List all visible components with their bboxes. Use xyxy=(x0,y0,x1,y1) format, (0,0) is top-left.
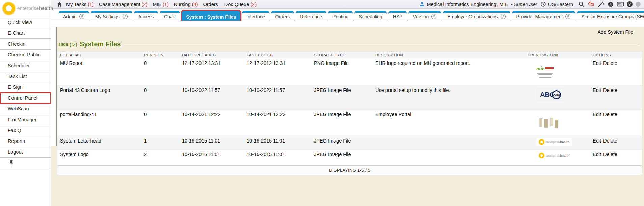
tab[interactable]: Provider Management xyxy=(512,11,575,21)
topbar-nav-item[interactable]: Doc Queue (2) xyxy=(224,2,257,7)
system-files-panel: Add System File Hide ( 5 ) System Files … xyxy=(51,27,644,206)
delete-link[interactable]: Delete xyxy=(603,138,617,144)
delete-link[interactable]: Delete xyxy=(603,112,617,117)
cell-storage-type: JPEG Image File xyxy=(311,136,373,150)
search-icon[interactable] xyxy=(578,1,585,8)
sidebar-item[interactable]: E-Chart xyxy=(0,28,51,38)
clock-icon xyxy=(540,1,547,8)
tab[interactable]: Access xyxy=(134,11,158,21)
panel-left-gutter xyxy=(51,27,57,146)
home-icon[interactable] xyxy=(56,1,63,8)
tab[interactable]: Employer Organizations xyxy=(443,11,510,21)
keyboard-icon[interactable] xyxy=(617,1,624,8)
popout-icon[interactable] xyxy=(500,14,506,19)
tab[interactable]: Printing xyxy=(328,11,353,21)
cell-revision: 2 xyxy=(141,150,179,166)
tab[interactable]: Admin xyxy=(59,11,89,21)
cell-storage-type: JPEG Image File xyxy=(311,85,373,110)
wand-icon[interactable] xyxy=(597,1,604,8)
user-context[interactable]: Medical Informatics Engineering, MIE - S… xyxy=(419,1,537,8)
sidebar-item[interactable]: Task List xyxy=(0,71,51,82)
sun-logo-icon xyxy=(539,153,544,158)
hide-toggle-link[interactable]: Hide ( 5 ) xyxy=(59,42,77,47)
enterprise-health-logo-preview: enterprise health xyxy=(536,152,572,159)
cell-description xyxy=(373,136,525,150)
sidebar-item[interactable]: Control Panel xyxy=(0,93,51,103)
nav-count-badge: (2) xyxy=(141,2,147,7)
cell-file-alias: Portal 43 Custom Logo xyxy=(57,85,141,110)
preview-thumbnail[interactable]: ABC Corp xyxy=(536,87,565,102)
sidebar-item[interactable]: Reports xyxy=(0,136,51,147)
tab[interactable]: Version xyxy=(408,11,441,21)
cell-storage-type: JPEG Image File xyxy=(311,110,373,136)
sidebar-pin-row[interactable] xyxy=(0,157,51,168)
globe-icon[interactable] xyxy=(607,1,614,8)
sidebar-item[interactable]: Checkin-Public xyxy=(0,49,51,60)
add-system-file-link[interactable]: Add System File xyxy=(597,29,633,35)
sidebar-item[interactable]: Quick View xyxy=(0,17,51,28)
popout-icon[interactable] xyxy=(79,14,85,19)
tab[interactable]: Interface xyxy=(242,11,269,21)
table-row: System Logo 2 10-16-2015 11:01 10-16-201… xyxy=(57,150,642,166)
topbar-nav-item[interactable]: Orders xyxy=(203,2,219,7)
sidebar-item[interactable]: Logout xyxy=(0,147,51,157)
column-header[interactable]: FILE ALIAS xyxy=(57,52,141,58)
popout-icon[interactable] xyxy=(122,14,128,19)
edit-link[interactable]: Edit xyxy=(593,87,601,93)
tab[interactable]: My Settings xyxy=(91,11,132,21)
timezone-display[interactable]: US/Eastern xyxy=(540,1,573,8)
tab[interactable]: Orders xyxy=(271,11,294,21)
delete-link[interactable]: Delete xyxy=(603,152,617,157)
edit-link[interactable]: Edit xyxy=(593,152,601,157)
delete-link[interactable]: Delete xyxy=(603,87,617,93)
column-header[interactable]: LAST EDITED xyxy=(244,52,311,58)
nav-count-badge: (4) xyxy=(192,2,198,7)
topbar-nav-item[interactable]: Nursing (4) xyxy=(174,2,198,7)
tab[interactable]: System : System Files xyxy=(182,11,240,21)
edit-link[interactable]: Edit xyxy=(593,138,601,144)
user-name: Medical Informatics Engineering, MIE xyxy=(427,2,508,7)
topbar-nav-item[interactable]: Case Management (2) xyxy=(99,2,147,7)
sidebar-item[interactable]: Fax Q xyxy=(0,125,51,136)
add-row: Add System File xyxy=(51,27,644,35)
paging-status: DISPLAYING 1-5 / 5 xyxy=(57,166,642,175)
cell-storage-type: JPEG Image File xyxy=(311,150,373,166)
tab[interactable]: Reference xyxy=(296,11,326,21)
broken-link-icon[interactable] xyxy=(588,1,594,8)
delete-link[interactable]: Delete xyxy=(603,60,617,66)
help-icon[interactable]: ? xyxy=(627,1,633,7)
sidebar-item[interactable]: Checkin xyxy=(0,38,51,49)
edit-link[interactable]: Edit xyxy=(593,60,601,66)
topbar-nav-item[interactable]: My Tasks (1) xyxy=(66,2,94,7)
preview-thumbnail[interactable]: enterprise health xyxy=(536,138,572,146)
preview-thumbnail[interactable]: enterprise health xyxy=(536,152,572,159)
pushpin-icon[interactable] xyxy=(8,159,15,166)
popout-icon[interactable] xyxy=(431,14,437,19)
column-header[interactable]: DATE UPLOADED xyxy=(179,52,244,58)
topbar-nav-item[interactable]: MIE (1) xyxy=(153,2,169,7)
sidebar-item[interactable]: Scheduler xyxy=(0,60,51,71)
cell-revision: 1 xyxy=(141,136,179,150)
edit-link[interactable]: Edit xyxy=(593,112,601,117)
control-panel-tabbar: Admin My Settings Access Chart S xyxy=(51,9,644,21)
cell-description: EHR logo required on MU generated report… xyxy=(373,58,525,85)
tab[interactable]: Scheduling xyxy=(354,11,386,21)
nav-count-badge: (1) xyxy=(163,2,169,7)
tab[interactable]: Chart xyxy=(160,11,180,21)
popout-icon[interactable] xyxy=(565,14,571,19)
cell-date-uploaded: 10-16-2015 11:01 xyxy=(179,150,244,166)
sun-logo-icon xyxy=(3,2,15,15)
sidebar-item[interactable]: E-Sign xyxy=(0,82,51,93)
cell-storage-type: PNG Image File xyxy=(311,58,373,85)
sidebar-item[interactable]: Fax Manager xyxy=(0,114,51,125)
sidebar-item[interactable]: WebScan xyxy=(0,103,51,114)
topbar-icon-set: ? xyxy=(578,1,641,8)
tab[interactable]: Similar Exposure Groups (SEG xyxy=(577,11,644,21)
table-row: System Letterhead 1 10-16-2015 11:01 10-… xyxy=(57,136,642,150)
preview-thumbnail[interactable]: mie xyxy=(536,60,554,83)
tab[interactable]: HSP xyxy=(388,11,407,21)
page-title: System Files xyxy=(80,40,121,48)
cell-file-alias: portal-landing-41 xyxy=(57,110,141,136)
column-header: STORAGE TYPE xyxy=(311,52,373,58)
cell-preview: mie xyxy=(525,58,590,85)
